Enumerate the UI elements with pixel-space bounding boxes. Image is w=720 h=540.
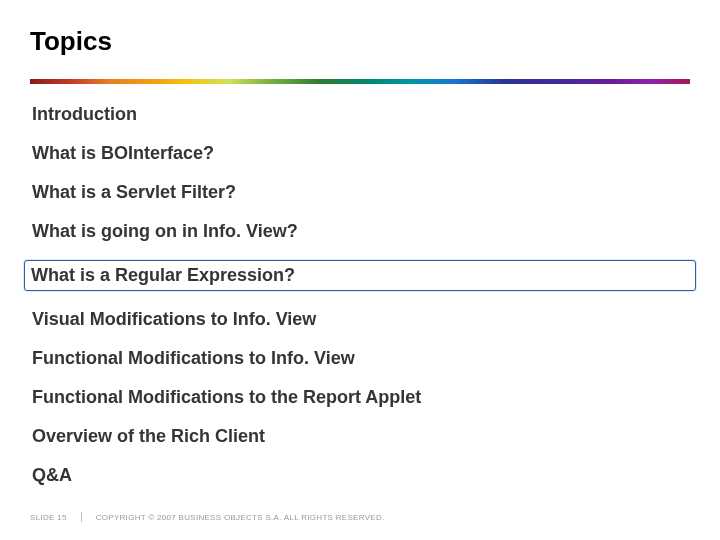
topic-item: Functional Modifications to Info. View — [30, 348, 690, 369]
topic-item: What is a Servlet Filter? — [30, 182, 690, 203]
topics-list: Introduction What is BOInterface? What i… — [30, 104, 690, 486]
copyright-text: COPYRIGHT © 2007 BUSINESS OBJECTS S.A. A… — [96, 513, 385, 522]
slide-title: Topics — [30, 26, 690, 57]
slide-number: SLIDE 15 — [30, 513, 67, 522]
slide: Topics Introduction What is BOInterface?… — [0, 0, 720, 540]
topic-item: Q&A — [30, 465, 690, 486]
footer-separator — [81, 512, 82, 522]
slide-footer: SLIDE 15 COPYRIGHT © 2007 BUSINESS OBJEC… — [30, 512, 385, 522]
topic-item-highlighted: What is a Regular Expression? — [24, 260, 696, 291]
topic-item: Functional Modifications to the Report A… — [30, 387, 690, 408]
topic-item: Overview of the Rich Client — [30, 426, 690, 447]
topic-item: Introduction — [30, 104, 690, 125]
topic-item: Visual Modifications to Info. View — [30, 309, 690, 330]
topic-item: What is BOInterface? — [30, 143, 690, 164]
topic-item: What is going on in Info. View? — [30, 221, 690, 242]
rainbow-divider — [30, 79, 690, 84]
